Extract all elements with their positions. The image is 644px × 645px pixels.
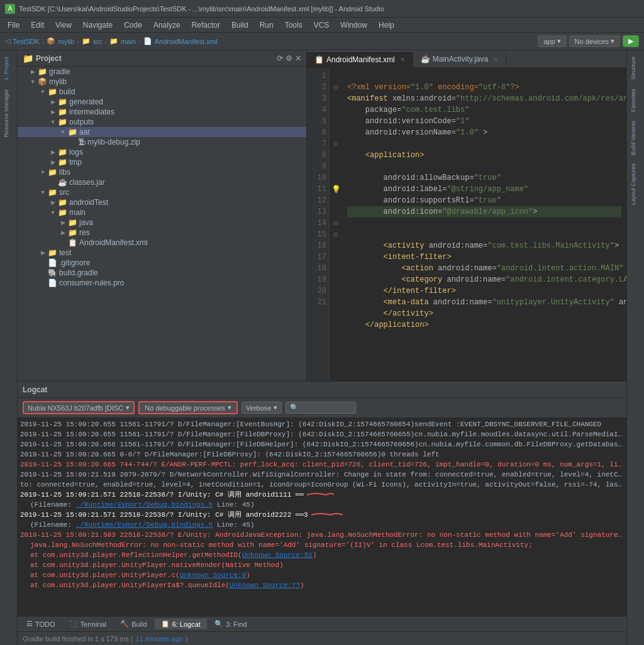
project-gear-icon[interactable]: ⚙ (286, 54, 292, 63)
tree-item-androidtest[interactable]: ▶ 📁 androidTest (18, 197, 306, 207)
logcat-search-input[interactable] (301, 404, 352, 412)
sidebar-layout-captures[interactable]: Layout Captures (629, 160, 643, 209)
log-line: 2019-11-25 15:09:20.655 11561-11791/? D/… (20, 429, 624, 439)
no-debug-selector[interactable]: No debuggable processes ▾ (138, 401, 238, 414)
menu-tools[interactable]: Tools (280, 19, 308, 31)
sidebar-item-resource-manager[interactable]: Resource Manager (2, 85, 16, 141)
tool-tab-build[interactable]: 🔨 Build (114, 619, 153, 629)
warning-icon-line11: 💡 (331, 184, 341, 195)
tab-androidmanifest[interactable]: 📋 AndroidManifest.xml ✕ (307, 51, 413, 67)
tree-item-test[interactable]: ▶ 📁 test (18, 248, 306, 258)
chevron-down-icon: ▾ (611, 37, 614, 45)
log-link-debug-bindings[interactable]: ./Runtime/Export/Debug.bindings.h (76, 501, 213, 509)
tree-item-aar[interactable]: ▼ 📁 aar (18, 127, 306, 137)
tree-item-build-gradle[interactable]: ▶ 🐘 build.gradle (18, 268, 306, 278)
menu-refactor[interactable]: Refactor (187, 19, 225, 31)
breadcrumb-manifest[interactable]: AndroidManifest.xml (155, 38, 218, 45)
device-dropdown[interactable]: No devices ▾ (569, 35, 620, 47)
tree-item-consumer-rules[interactable]: ▶ 📄 consumer-rules.pro (18, 278, 306, 288)
menu-edit[interactable]: Edit (26, 19, 49, 31)
menu-vcs[interactable]: VCS (309, 19, 335, 31)
project-sync-icon[interactable]: ⟳ (277, 54, 283, 63)
chevron-down-icon: ▾ (274, 404, 277, 412)
log-line-exception: 2019-11-25 15:09:21.583 22518-22538/? E/… (20, 530, 624, 540)
log-line: to: connected=true, enabled=true, level=… (20, 480, 624, 490)
fold-arrow-line2[interactable]: ⊟ (331, 82, 341, 93)
tree-item-gradle[interactable]: ▶ 📁 gradle (18, 67, 306, 77)
tree-item-res[interactable]: ▶ 📁 res (18, 228, 306, 238)
tree-item-outputs[interactable]: ▼ 📁 outputs (18, 117, 306, 127)
project-close-icon[interactable]: ✕ (295, 54, 301, 63)
log-line-stack1: at com.unity3d.player.ReflectionHelper.g… (20, 550, 624, 560)
tree-item-mylib-debug-zip[interactable]: ▶ 🗜 mylib-debug.zip (18, 137, 306, 147)
breadcrumb-main[interactable]: main (121, 38, 136, 45)
tree-item-androidmanifest[interactable]: ▶ 📋 AndroidManifest.xml (18, 238, 306, 248)
tree-item-generated[interactable]: ▶ 📁 generated (18, 97, 306, 107)
nav-back-icon[interactable]: ◁ (5, 37, 10, 45)
breadcrumb-module[interactable]: mylib (58, 38, 74, 45)
status-time-link[interactable]: 11 minutes ago (135, 635, 182, 642)
tree-item-classes-jar[interactable]: ▶ ☕ classes.jar (18, 177, 306, 187)
breadcrumb-src-icon: 📁 (82, 37, 91, 45)
sidebar-build-variants[interactable]: Build Variants (629, 117, 643, 159)
run-button[interactable]: ▶ (623, 35, 639, 47)
tree-item-logs[interactable]: ▶ 📁 logs (18, 147, 306, 157)
log-line: 2019-11-25 15:09:20.655 11561-11791/? D/… (20, 419, 624, 429)
menu-run[interactable]: Run (255, 19, 279, 31)
menu-help[interactable]: Help (374, 19, 399, 31)
tree-item-mylib[interactable]: ▼ 📦 mylib (18, 77, 306, 87)
tool-tab-todo[interactable]: ☰ TODO (20, 619, 62, 629)
sidebar-item-project[interactable]: 1: Project (2, 53, 16, 84)
tree-item-main[interactable]: ▼ 📁 main (18, 207, 306, 218)
tool-tab-terminal[interactable]: ⬛ Terminal (63, 619, 113, 629)
bottom-tool-tabs: ☰ TODO ⬛ Terminal 🔨 Build 📋 6: Logcat 🔍 … (18, 616, 626, 631)
tree-item-tmp[interactable]: ▶ 📁 tmp (18, 157, 306, 167)
logcat-content[interactable]: 2019-11-25 15:09:20.655 11561-11791/? D/… (18, 418, 626, 616)
breadcrumb-src[interactable]: src (93, 38, 103, 45)
chevron-down-icon: ▾ (228, 404, 231, 412)
sidebar-structure[interactable]: Structure (629, 53, 643, 84)
log-link-unknown-source3[interactable]: Unknown Source:7? (230, 582, 300, 589)
terminal-icon: ⬛ (69, 620, 78, 628)
verbose-selector[interactable]: Verbose ▾ (242, 402, 282, 414)
menu-view[interactable]: View (50, 19, 77, 31)
breadcrumb-project[interactable]: TestSDK (13, 38, 40, 45)
tree-item-gitignore[interactable]: ▶ 📄 .gitignore (18, 258, 306, 268)
log-line-stack4: at com.unity3d.player.UnityPlayerIa$?.qu… (20, 580, 624, 590)
logcat-search[interactable]: 🔍 (286, 402, 356, 414)
menu-code[interactable]: Code (119, 19, 147, 31)
java-tab-close[interactable]: ✕ (493, 56, 498, 63)
app-config-dropdown[interactable]: app ▾ (538, 35, 566, 47)
menu-navigate[interactable]: Navigate (78, 19, 118, 31)
breadcrumb-main-icon: 📁 (109, 37, 118, 45)
fold-arrow-line14[interactable]: ⊟ (331, 218, 341, 229)
menu-build[interactable]: Build (226, 19, 253, 31)
tree-item-src[interactable]: ▼ 📁 src (18, 187, 306, 197)
build-icon: 🔨 (120, 620, 129, 628)
sidebar-favorites[interactable]: Favorites (629, 85, 643, 116)
menu-file[interactable]: File (3, 19, 25, 31)
device-selector[interactable]: Nubia NX563J b207adfb [DISC ▾ (23, 401, 135, 414)
log-link-debug-bindings2[interactable]: ./Runtime/Export/Debug.bindings.h (76, 521, 213, 529)
status-text-end: ) (186, 635, 188, 642)
tree-item-libs[interactable]: ▼ 📁 libs (18, 167, 306, 177)
log-link-unknown-source2[interactable]: Unknown Source:0 (180, 571, 247, 579)
chevron-down-icon: ▾ (557, 37, 561, 45)
bottom-panel: Logcat Nubia NX563J b207adfb [DISC ▾ No … (18, 381, 626, 645)
fold-arrow-line7[interactable]: ⊟ (331, 138, 341, 150)
tab-mainactivity[interactable]: ☕ MainActivity.java ✕ (413, 51, 506, 67)
manifest-tab-close[interactable]: ✕ (400, 56, 405, 63)
fold-arrow-line15[interactable]: ⊟ (331, 229, 341, 240)
tree-item-java[interactable]: ▶ 📁 java (18, 218, 306, 228)
menu-window[interactable]: Window (335, 19, 372, 31)
menu-analyze[interactable]: Analyze (148, 19, 186, 31)
left-sidebar-icons: 1: Project Resource Manager (0, 50, 18, 645)
tree-item-build[interactable]: ▼ 📁 build (18, 87, 306, 97)
tool-tab-find[interactable]: 🔍 3: Find (208, 619, 253, 629)
main-layout: 1: Project Resource Manager 📁 Project ⟳ … (0, 50, 644, 645)
tree-item-intermediates[interactable]: ▶ 📁 intermediates (18, 107, 306, 117)
log-link-unknown-source1[interactable]: Unknown Source:51 (242, 551, 313, 559)
tool-tab-logcat[interactable]: 📋 6: Logcat (155, 619, 207, 629)
log-line: 2019-11-25 15:09:21.519 2079-2079/? D/Ne… (20, 470, 624, 480)
window-title: TestSDK [C:\Users\kai\AndroidStudioProje… (19, 5, 384, 13)
